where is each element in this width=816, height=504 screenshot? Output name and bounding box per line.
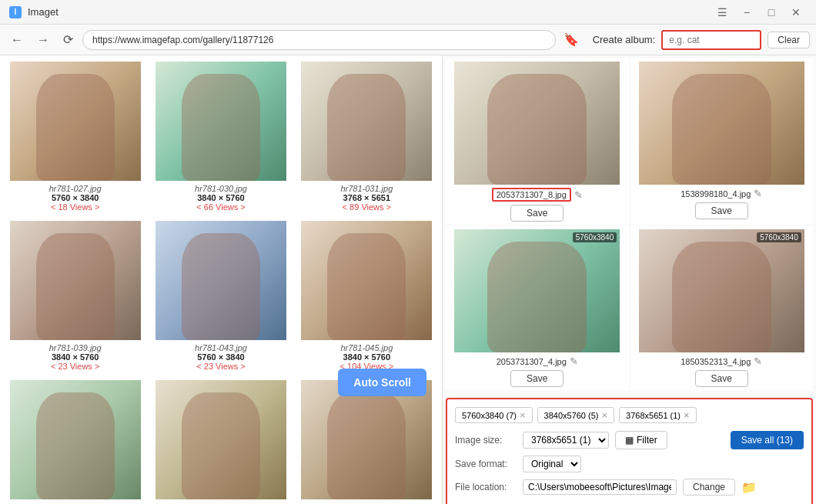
create-album-bar: Create album: Clear: [593, 30, 810, 50]
image-thumbnail[interactable]: [301, 221, 432, 340]
right-image-filename-2: 1538998180_4.jpg: [681, 189, 751, 199]
image-views: < 23 Views >: [195, 362, 247, 371]
list-item: 5760x3840 2053731307_4.jpg ✎ Save: [446, 226, 629, 390]
edit-icon-2[interactable]: ✎: [754, 188, 762, 199]
edit-icon-1[interactable]: ✎: [574, 189, 583, 201]
list-item: hr781-043.jpg 5760 × 3840 < 23 Views >: [149, 218, 293, 375]
edit-icon-4[interactable]: ✎: [754, 355, 762, 367]
save-button-4[interactable]: Save: [695, 370, 748, 387]
save-all-button[interactable]: Save all (13): [731, 431, 804, 449]
filter-tag-3[interactable]: 3768x5651 (1) ×: [619, 407, 697, 423]
list-item: 2053731307_8.jpg ✎ Save: [446, 58, 629, 225]
right-image-thumbnail-1[interactable]: [454, 62, 620, 185]
list-item: 1538998180_4.jpg ✎ Save: [630, 58, 814, 225]
close-button[interactable]: ✕: [785, 5, 807, 20]
image-filename: hr781-039.jpg: [49, 343, 102, 352]
image-dimensions: 3840 × 5760: [340, 352, 394, 362]
image-thumbnail[interactable]: [301, 62, 432, 181]
right-image-thumbnail-2[interactable]: [639, 62, 804, 185]
title-bar: I Imaget ☰ − □ ✕: [0, 0, 816, 25]
image-meta: hr781-043.jpg 5760 × 3840 < 23 Views >: [195, 343, 247, 371]
right-panel: 2053731307_8.jpg ✎ Save 1538998180_4.jpg…: [443, 55, 816, 504]
save-format-select[interactable]: OriginalJPEGPNGWebP: [523, 456, 581, 472]
filter-tag-label-3: 3768x5651 (1): [626, 411, 681, 420]
list-item: hr781-039.jpg 3840 × 5760 < 23 Views >: [3, 218, 147, 375]
save-button-3[interactable]: Save: [510, 370, 564, 387]
size-badge-3: 5760x3840: [573, 232, 617, 242]
left-panel: hr781-027.jpg 5760 × 3840 < 18 Views > h…: [0, 55, 443, 504]
save-format-label: Save format:: [455, 459, 517, 469]
edit-icon-3[interactable]: ✎: [570, 355, 578, 367]
auto-scroll-button[interactable]: Auto Scroll: [338, 369, 426, 396]
image-dimensions: 3840 × 5760: [195, 193, 247, 202]
maximize-button[interactable]: □: [761, 5, 782, 20]
title-bar-left: I Imaget: [9, 6, 59, 18]
size-badge-4: 5760x3840: [757, 232, 801, 242]
app-icon: I: [9, 6, 22, 18]
remove-tag-icon-2[interactable]: ×: [602, 409, 608, 421]
image-meta: hr781-027.jpg 5760 × 3840 < 18 Views >: [49, 184, 102, 212]
forward-button[interactable]: →: [32, 30, 54, 50]
filter-tags: 5760x3840 (7) × 3840x5760 (5) × 3768x565…: [455, 407, 804, 423]
image-filename: hr781-031.jpg: [340, 184, 393, 193]
right-image-info-1: 2053731307_8.jpg ✎: [492, 188, 583, 202]
image-thumbnail[interactable]: [10, 62, 141, 181]
list-item: [3, 377, 147, 504]
clear-button[interactable]: Clear: [768, 32, 810, 48]
image-filename: hr781-027.jpg: [49, 184, 102, 193]
image-meta: hr781-030.jpg 3840 × 5760 < 66 Views >: [195, 184, 247, 212]
app-title: Imaget: [28, 6, 59, 18]
save-button-1[interactable]: Save: [510, 205, 564, 222]
image-thumbnail[interactable]: [156, 62, 286, 181]
back-button[interactable]: ←: [6, 30, 28, 50]
bookmark-button[interactable]: 🔖: [560, 29, 582, 50]
list-item: hr781-027.jpg 5760 × 3840 < 18 Views >: [3, 58, 147, 216]
refresh-button[interactable]: ⟳: [59, 29, 78, 50]
image-size-select[interactable]: 3768x5651 (1)5760x3840 (7)3840x5760 (5): [523, 432, 609, 449]
filter-button-label: Filter: [637, 435, 657, 446]
right-image-filename-3: 2053731307_4.jpg: [497, 357, 567, 366]
file-location-label: File location:: [455, 482, 517, 492]
image-dimensions: 5760 × 3840: [195, 352, 247, 362]
image-size-row: Image size: 3768x5651 (1)5760x3840 (7)38…: [455, 431, 804, 449]
image-size-label: Image size:: [455, 435, 517, 446]
right-image-thumbnail-3[interactable]: 5760x3840: [454, 229, 620, 352]
list-item: [149, 377, 293, 504]
right-image-filename-1: 2053731307_8.jpg: [492, 188, 571, 202]
hamburger-button[interactable]: ☰: [711, 5, 733, 20]
filter-tag-1[interactable]: 5760x3840 (7) ×: [455, 407, 533, 423]
minimize-button[interactable]: −: [736, 5, 757, 20]
right-image-grid: 2053731307_8.jpg ✎ Save 1538998180_4.jpg…: [443, 55, 816, 393]
image-thumbnail[interactable]: [156, 380, 286, 499]
image-views: < 23 Views >: [49, 362, 102, 371]
right-image-thumbnail-4[interactable]: 5760x3840: [639, 229, 804, 352]
image-views: < 89 Views >: [340, 202, 393, 212]
image-dimensions: 5760 × 3840: [49, 193, 102, 202]
image-thumbnail[interactable]: [10, 221, 141, 340]
right-image-info-4: 1850352313_4.jpg ✎: [681, 355, 762, 367]
create-album-input[interactable]: [661, 30, 761, 50]
filter-tag-label-1: 5760x3840 (7): [462, 411, 517, 420]
list-item: hr781-045.jpg 3840 × 5760 < 104 Views >: [295, 218, 439, 375]
file-location-input[interactable]: [523, 479, 677, 495]
filter-icon: ▦: [625, 435, 634, 446]
list-item: hr781-030.jpg 3840 × 5760 < 66 Views >: [149, 58, 293, 216]
folder-icon: 📁: [741, 480, 757, 495]
filter-panel: 5760x3840 (7) × 3840x5760 (5) × 3768x565…: [446, 398, 813, 504]
filter-tag-2[interactable]: 3840x5760 (5) ×: [537, 407, 615, 423]
image-thumbnail[interactable]: [301, 380, 432, 499]
change-button[interactable]: Change: [683, 479, 735, 496]
title-bar-controls: ☰ − □ ✕: [711, 5, 807, 20]
image-meta: hr781-031.jpg 3768 × 5651 < 89 Views >: [340, 184, 393, 212]
image-thumbnail[interactable]: [156, 221, 286, 340]
save-button-2[interactable]: Save: [695, 202, 748, 219]
remove-tag-icon-1[interactable]: ×: [520, 409, 526, 421]
save-format-row: Save format: OriginalJPEGPNGWebP: [455, 456, 804, 472]
address-bar[interactable]: [82, 30, 556, 50]
image-filename: hr781-045.jpg: [340, 343, 394, 352]
create-album-label: Create album:: [593, 34, 656, 45]
filter-button[interactable]: ▦ Filter: [615, 431, 667, 449]
image-dimensions: 3768 × 5651: [340, 193, 393, 202]
remove-tag-icon-3[interactable]: ×: [684, 409, 690, 421]
image-thumbnail[interactable]: [10, 380, 141, 499]
